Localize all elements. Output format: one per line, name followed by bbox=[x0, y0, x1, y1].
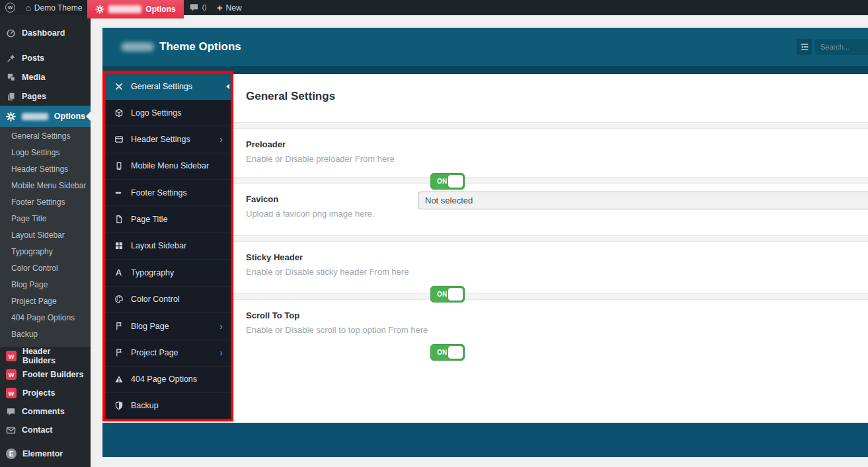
sidebar-item-label: Contact bbox=[22, 425, 53, 435]
grid-layout-icon bbox=[114, 241, 124, 250]
sidebar-item-pages[interactable]: Pages bbox=[0, 87, 91, 106]
menu-item-typography[interactable]: A Typography bbox=[105, 260, 231, 287]
wordpress-admin-page: W ⌂ Demo Theme Options 0 + New bbox=[0, 0, 868, 467]
scroll-to-top-toggle[interactable]: ON bbox=[430, 344, 465, 361]
options-adminbar-tab[interactable]: Options bbox=[87, 0, 183, 18]
menu-item-backup[interactable]: Backup bbox=[105, 393, 231, 419]
sidebar-item-label: Footer Builders bbox=[22, 370, 83, 379]
sidebar-item-contact[interactable]: Contact bbox=[0, 421, 91, 439]
theme-options-header: Theme Options bbox=[102, 28, 868, 66]
submenu-header-settings[interactable]: Header Settings bbox=[0, 161, 91, 178]
collapse-panel-button[interactable] bbox=[797, 39, 812, 55]
sidebar-item-options-active[interactable]: Options bbox=[0, 106, 91, 127]
section-title: General Settings bbox=[246, 90, 868, 103]
submenu-general-settings[interactable]: General Settings bbox=[0, 128, 91, 145]
menu-item-header-settings[interactable]: Header Settings › bbox=[105, 126, 231, 153]
comments-adminbar-item[interactable]: 0 bbox=[184, 0, 212, 15]
elementor-icon: E bbox=[6, 449, 17, 459]
pages-icon bbox=[6, 92, 16, 101]
sidebar-item-label: Comments bbox=[22, 407, 65, 416]
setting-description: Enable or Disable scroll to top option F… bbox=[246, 325, 868, 335]
row-separator bbox=[233, 122, 868, 129]
submenu-footer-settings[interactable]: Footer Settings bbox=[0, 194, 91, 211]
sidebar-item-label: Elementor bbox=[22, 449, 63, 458]
w-plugin-icon: w bbox=[6, 351, 17, 361]
toggle-knob bbox=[448, 288, 463, 301]
toggle-state-label: ON bbox=[437, 349, 448, 356]
submenu-backup[interactable]: Backup bbox=[0, 326, 91, 343]
document-icon bbox=[114, 215, 124, 224]
menu-item-project-page[interactable]: Project Page › bbox=[105, 340, 231, 366]
sidebar-item-label: Pages bbox=[22, 92, 46, 101]
menu-item-general-settings[interactable]: General Settings bbox=[105, 73, 231, 100]
collapse-panel-icon bbox=[800, 42, 809, 52]
setting-label: Preloader bbox=[246, 139, 868, 149]
sidebar-item-dashboard[interactable]: Dashboard bbox=[0, 23, 91, 43]
submenu-blog-page[interactable]: Blog Page bbox=[0, 277, 91, 293]
options-submenu: General Settings Logo Settings Header Se… bbox=[0, 127, 91, 347]
menu-item-layout-sidebar[interactable]: Layout Sidebar bbox=[105, 233, 231, 259]
row-separator bbox=[233, 293, 868, 300]
setting-label: Scroll To Top bbox=[246, 310, 868, 320]
menu-item-page-title[interactable]: Page Title bbox=[105, 206, 231, 233]
menu-item-color-control[interactable]: Color Control bbox=[105, 287, 231, 313]
row-separator bbox=[233, 235, 868, 242]
submenu-project-page[interactable]: Project Page bbox=[0, 293, 91, 310]
submenu-404-page-options[interactable]: 404 Page Options bbox=[0, 310, 91, 326]
sidebar-item-label: Projects bbox=[22, 388, 55, 398]
menu-item-label: Mobile Menu Sidebar bbox=[131, 161, 209, 170]
search-input[interactable] bbox=[815, 39, 868, 55]
favicon-media-input[interactable]: Not selected bbox=[418, 192, 868, 209]
gear-icon bbox=[95, 5, 104, 14]
menu-item-label: Page Title bbox=[131, 215, 168, 224]
wordpress-menu[interactable]: W bbox=[0, 0, 20, 15]
smartphone-icon bbox=[114, 161, 124, 170]
menu-item-label: Header Settings bbox=[131, 135, 190, 144]
menu-item-label: Color Control bbox=[131, 295, 180, 304]
w-plugin-icon: w bbox=[6, 369, 17, 380]
sidebar-item-media[interactable]: Media bbox=[0, 67, 91, 87]
menu-item-label: Layout Sidebar bbox=[131, 241, 186, 250]
chevron-right-icon: › bbox=[219, 135, 223, 144]
menu-item-logo-settings[interactable]: Logo Settings bbox=[105, 100, 231, 126]
plus-icon: + bbox=[217, 3, 222, 13]
comments-count: 0 bbox=[202, 3, 207, 13]
submenu-layout-sidebar[interactable]: Layout Sidebar bbox=[0, 227, 91, 244]
wordpress-logo-icon: W bbox=[5, 3, 15, 13]
submenu-color-control[interactable]: Color Control bbox=[0, 260, 91, 277]
flag-icon bbox=[114, 348, 124, 357]
setting-label: Sticky Header bbox=[246, 252, 868, 262]
setting-description: Enable or Disable sticky header From her… bbox=[246, 267, 868, 277]
media-icon bbox=[6, 73, 16, 82]
new-content-menu[interactable]: + New bbox=[212, 0, 247, 15]
menu-item-blog-page[interactable]: Blog Page › bbox=[105, 313, 231, 340]
menu-item-404-page-options[interactable]: 404 Page Options bbox=[105, 367, 231, 393]
sidebar-item-header-builders[interactable]: w Header Builders bbox=[0, 347, 91, 365]
submenu-typography[interactable]: Typography bbox=[0, 244, 91, 260]
submenu-mobile-menu-sidebar[interactable]: Mobile Menu Sidebar bbox=[0, 178, 91, 194]
submenu-page-title[interactable]: Page Title bbox=[0, 211, 91, 227]
sidebar-item-elementor[interactable]: E Elementor bbox=[0, 445, 91, 463]
site-name-label: Demo Theme bbox=[34, 3, 82, 13]
sidebar-item-posts[interactable]: Posts bbox=[0, 48, 91, 67]
sidebar-item-comments[interactable]: Comments bbox=[0, 402, 91, 421]
sidebar-item-label: Dashboard bbox=[22, 28, 65, 38]
pushpin-icon bbox=[6, 54, 16, 63]
shield-icon bbox=[114, 401, 124, 410]
sidebar-item-projects[interactable]: w Projects bbox=[0, 384, 91, 402]
setting-description: Enable or Disable preloader From here bbox=[246, 154, 868, 164]
menu-item-footer-settings[interactable]: Footer Settings bbox=[105, 180, 231, 206]
menu-item-mobile-menu-sidebar[interactable]: Mobile Menu Sidebar bbox=[105, 153, 231, 180]
row-separator bbox=[233, 177, 868, 184]
menu-item-label: Project Page bbox=[131, 348, 178, 357]
setting-row-preloader: Preloader Enable or Disable preloader Fr… bbox=[233, 129, 868, 177]
sidebar-item-label: Posts bbox=[22, 54, 44, 63]
submenu-logo-settings[interactable]: Logo Settings bbox=[0, 145, 91, 161]
redacted-brand-name bbox=[22, 113, 48, 120]
footer-bar-icon bbox=[114, 188, 124, 198]
sidebar-item-footer-builders[interactable]: w Footer Builders bbox=[0, 365, 91, 384]
home-icon: ⌂ bbox=[26, 3, 31, 13]
menu-item-label: General Settings bbox=[131, 82, 192, 91]
new-label: New bbox=[226, 3, 242, 13]
site-name-link[interactable]: ⌂ Demo Theme bbox=[20, 0, 87, 15]
